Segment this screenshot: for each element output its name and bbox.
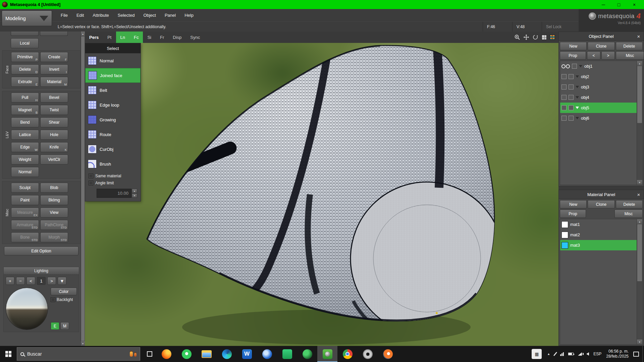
material-row-mat2[interactable]: mat2 bbox=[560, 230, 637, 240]
tool-local-button[interactable]: Local bbox=[11, 38, 39, 48]
chrome-app-button[interactable] bbox=[337, 346, 358, 362]
whatsapp-app-button[interactable] bbox=[176, 346, 197, 362]
object-clone-button[interactable]: Clone bbox=[588, 42, 614, 50]
object-next-button[interactable]: > bbox=[601, 51, 615, 60]
angle-spin-down-icon[interactable]: ▼ bbox=[132, 193, 137, 198]
select-mode-brush[interactable]: Brush bbox=[85, 157, 141, 171]
tool-paint-button[interactable]: Paint bbox=[11, 195, 39, 205]
viewport-canvas[interactable]: Select Normal Joined face Belt Edge loop… bbox=[85, 43, 558, 346]
edge-app-button[interactable] bbox=[217, 346, 237, 362]
select-mode-joined-face[interactable]: Joined face bbox=[85, 68, 141, 83]
tool-magnet-button[interactable]: MagnetB bbox=[11, 105, 39, 115]
object-checkbox[interactable] bbox=[569, 84, 574, 89]
firefox-app-button[interactable] bbox=[156, 346, 176, 362]
env-mode-button[interactable]: E bbox=[51, 322, 59, 330]
object-row-obj6[interactable]: obj6 bbox=[560, 113, 637, 123]
expand-triangle-icon[interactable] bbox=[576, 107, 579, 109]
expand-triangle-icon[interactable] bbox=[576, 96, 579, 99]
menu-object[interactable]: Object bbox=[139, 11, 160, 19]
light-add-button[interactable]: + bbox=[6, 277, 14, 285]
expand-triangle-icon[interactable] bbox=[576, 117, 579, 119]
task-view-button[interactable] bbox=[143, 346, 156, 362]
scroll-up-icon[interactable]: ▲ bbox=[81, 32, 85, 36]
object-row-obj1[interactable]: obj1 bbox=[560, 61, 637, 71]
blender-app-button[interactable] bbox=[378, 346, 398, 362]
tray-battery-icon[interactable] bbox=[568, 353, 574, 355]
word-app-button[interactable]: W bbox=[237, 346, 257, 362]
tool-clipped-button[interactable] bbox=[11, 32, 39, 36]
tool-bkimg-button[interactable]: BkImg bbox=[40, 195, 68, 205]
menu-edit[interactable]: Edit bbox=[72, 11, 88, 19]
material-clone-button[interactable]: Clone bbox=[588, 200, 614, 208]
darkgreen-app-button[interactable] bbox=[297, 346, 317, 362]
taskbar-search[interactable] bbox=[17, 347, 140, 361]
object-prev-button[interactable]: < bbox=[587, 51, 600, 60]
object-row-obj5[interactable]: obj5 bbox=[560, 103, 637, 113]
tool-bone-button[interactable]: BoneSTD bbox=[11, 232, 39, 242]
sel-lock[interactable]: Sel Lock bbox=[542, 22, 579, 32]
tool-knife-button[interactable]: KnifeK bbox=[40, 142, 68, 152]
tool-weight-button[interactable]: Weight bbox=[11, 155, 39, 165]
tool-view-button[interactable]: View bbox=[40, 207, 68, 218]
scrollbar-thumb[interactable] bbox=[637, 224, 642, 281]
object-row-obj2[interactable]: obj2 bbox=[560, 71, 637, 82]
object-checkbox[interactable] bbox=[569, 74, 574, 79]
menu-file[interactable]: File bbox=[56, 11, 72, 19]
object-checkbox[interactable] bbox=[569, 95, 574, 100]
tab-fc[interactable]: Fc bbox=[129, 32, 143, 43]
object-prop-button[interactable]: Prop bbox=[560, 51, 586, 60]
tool-measure-button[interactable]: MeasureEX bbox=[11, 207, 39, 218]
start-button[interactable] bbox=[0, 346, 17, 362]
material-new-button[interactable]: New bbox=[560, 200, 587, 208]
object-checkbox[interactable] bbox=[561, 95, 567, 100]
object-list-scrollbar[interactable]: ▲ ▼ bbox=[637, 61, 642, 185]
tool-clipped-button[interactable] bbox=[40, 32, 68, 36]
taskbar-clock[interactable]: 06:56 p. m. 28/feb./2025 bbox=[606, 349, 629, 359]
search-input[interactable] bbox=[27, 351, 127, 357]
tool-primitive-button[interactable]: PrimitiveP bbox=[11, 52, 39, 62]
zoom-icon[interactable] bbox=[514, 34, 520, 40]
material-misc-button[interactable]: Misc bbox=[614, 209, 643, 218]
metasequoia-app-button[interactable] bbox=[317, 346, 337, 362]
select-mode-edge-loop[interactable]: Edge loop bbox=[85, 98, 141, 112]
select-mode-belt[interactable]: Belt bbox=[85, 83, 141, 98]
menu-selected[interactable]: Selected bbox=[113, 11, 139, 19]
object-delete-button[interactable]: Delete bbox=[616, 42, 643, 50]
light-remove-button[interactable]: − bbox=[16, 277, 25, 285]
material-prop-button[interactable]: Prop bbox=[560, 209, 586, 218]
tab-ln[interactable]: Ln bbox=[116, 32, 129, 43]
light-color-button[interactable]: Color bbox=[51, 288, 77, 295]
object-checkbox[interactable] bbox=[561, 84, 567, 89]
tray-network-icon[interactable] bbox=[560, 352, 564, 356]
material-delete-button[interactable]: Delete bbox=[616, 200, 643, 208]
file-explorer-app-button[interactable] bbox=[197, 346, 217, 362]
environment-preview[interactable] bbox=[6, 288, 48, 330]
tab-sync[interactable]: Sync bbox=[186, 32, 204, 43]
visibility-icon[interactable] bbox=[561, 64, 570, 68]
light-prev-button[interactable]: < bbox=[26, 277, 35, 285]
material-row-mat3[interactable]: mat3 bbox=[560, 240, 637, 250]
orbit-icon[interactable] bbox=[532, 34, 538, 40]
tool-create-button[interactable]: CreateF bbox=[40, 52, 68, 62]
tray-wifi-icon[interactable] bbox=[578, 352, 582, 356]
scroll-down-icon[interactable]: ▼ bbox=[81, 341, 85, 346]
object-misc-button[interactable]: Misc bbox=[616, 51, 644, 60]
expand-triangle-icon[interactable] bbox=[579, 65, 582, 67]
tool-invert-button[interactable]: InvertI bbox=[40, 64, 68, 74]
mode-selector[interactable]: Modeling bbox=[2, 10, 52, 26]
toolbox-scrollbar[interactable]: ▲ ▼ bbox=[80, 32, 85, 346]
edit-option-button[interactable]: Edit Option bbox=[4, 246, 78, 255]
angle-limit-input[interactable] bbox=[97, 189, 131, 198]
tool-normal-button[interactable]: Normal bbox=[11, 167, 39, 177]
menu-panel[interactable]: Panel bbox=[160, 11, 180, 19]
scroll-up-icon[interactable]: ▲ bbox=[637, 219, 642, 224]
tray-volume-icon[interactable] bbox=[586, 352, 589, 356]
search-highlight-icon[interactable] bbox=[130, 352, 137, 357]
hidden-icons-chevron[interactable]: ▲ bbox=[547, 352, 550, 356]
angle-spin-up-icon[interactable]: ▲ bbox=[132, 189, 137, 193]
mat-mode-button[interactable]: M bbox=[60, 322, 69, 330]
object-new-button[interactable]: New bbox=[560, 42, 587, 50]
tab-fr[interactable]: Fr bbox=[156, 32, 168, 43]
angle-limit-checkbox[interactable] bbox=[89, 181, 93, 185]
tool-sculpt-button[interactable]: Sculpt bbox=[11, 183, 39, 193]
